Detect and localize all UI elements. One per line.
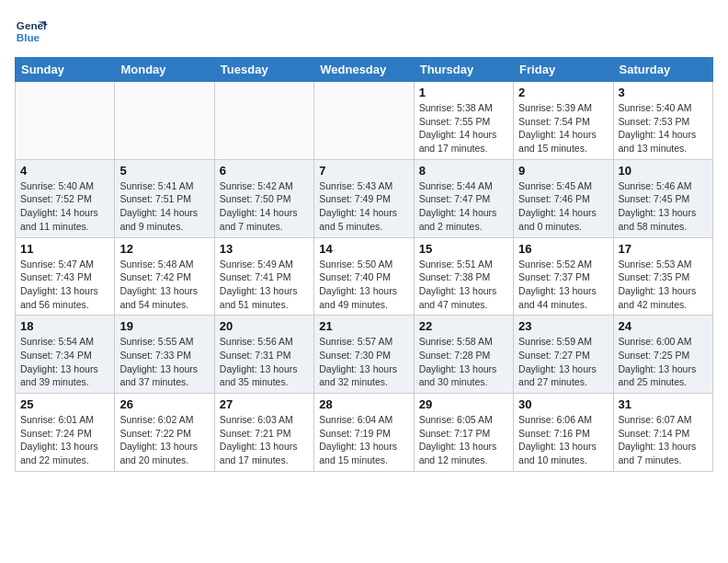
day-number: 26: [119, 397, 209, 411]
day-info: Sunrise: 6:04 AMSunset: 7:19 PMDaylight:…: [319, 413, 408, 467]
day-number: 19: [119, 319, 209, 333]
day-number: 6: [220, 164, 309, 178]
day-number: 11: [20, 242, 109, 256]
calendar-cell: [314, 82, 414, 160]
day-info: Sunrise: 5:40 AMSunset: 7:53 PMDaylight:…: [619, 101, 708, 155]
calendar-header-row: SundayMondayTuesdayWednesdayThursdayFrid…: [16, 58, 713, 82]
day-number: 7: [319, 164, 408, 178]
calendar-cell: 27Sunrise: 6:03 AMSunset: 7:21 PMDayligh…: [214, 394, 313, 472]
day-info: Sunrise: 6:00 AMSunset: 7:25 PMDaylight:…: [619, 335, 708, 389]
day-info: Sunrise: 5:49 AMSunset: 7:41 PMDaylight:…: [220, 258, 309, 312]
calendar-week-row: 4Sunrise: 5:40 AMSunset: 7:52 PMDaylight…: [16, 159, 713, 237]
day-info: Sunrise: 5:57 AMSunset: 7:30 PMDaylight:…: [319, 335, 408, 389]
logo-icon: General Blue: [15, 15, 48, 48]
calendar-header-sunday: Sunday: [16, 58, 115, 82]
day-info: Sunrise: 5:58 AMSunset: 7:28 PMDaylight:…: [419, 335, 508, 389]
calendar-week-row: 18Sunrise: 5:54 AMSunset: 7:34 PMDayligh…: [16, 316, 713, 394]
day-info: Sunrise: 5:59 AMSunset: 7:27 PMDaylight:…: [518, 335, 608, 389]
calendar-cell: [16, 82, 115, 160]
day-number: 23: [518, 319, 608, 333]
day-number: 29: [419, 397, 508, 411]
calendar-cell: 30Sunrise: 6:06 AMSunset: 7:16 PMDayligh…: [514, 394, 613, 472]
calendar-cell: 20Sunrise: 5:56 AMSunset: 7:31 PMDayligh…: [214, 316, 313, 394]
calendar-cell: 24Sunrise: 6:00 AMSunset: 7:25 PMDayligh…: [613, 316, 712, 394]
day-number: 14: [319, 242, 408, 256]
calendar-cell: 19Sunrise: 5:55 AMSunset: 7:33 PMDayligh…: [115, 316, 214, 394]
day-info: Sunrise: 5:52 AMSunset: 7:37 PMDaylight:…: [518, 258, 608, 312]
calendar-cell: 6Sunrise: 5:42 AMSunset: 7:50 PMDaylight…: [214, 159, 313, 237]
day-info: Sunrise: 5:45 AMSunset: 7:46 PMDaylight:…: [518, 179, 608, 234]
day-number: 18: [20, 319, 109, 333]
day-number: 16: [518, 242, 608, 256]
calendar-cell: 10Sunrise: 5:46 AMSunset: 7:45 PMDayligh…: [613, 159, 712, 237]
calendar-cell: 9Sunrise: 5:45 AMSunset: 7:46 PMDaylight…: [514, 159, 613, 237]
day-info: Sunrise: 5:55 AMSunset: 7:33 PMDaylight:…: [119, 335, 209, 389]
day-number: 2: [518, 86, 608, 99]
calendar-cell: 26Sunrise: 6:02 AMSunset: 7:22 PMDayligh…: [115, 394, 214, 472]
day-number: 30: [518, 397, 608, 411]
day-number: 22: [419, 319, 508, 333]
day-info: Sunrise: 5:44 AMSunset: 7:47 PMDaylight:…: [419, 179, 508, 234]
day-number: 20: [220, 319, 309, 333]
day-info: Sunrise: 5:47 AMSunset: 7:43 PMDaylight:…: [20, 258, 109, 312]
calendar-cell: 4Sunrise: 5:40 AMSunset: 7:52 PMDaylight…: [16, 159, 115, 237]
calendar-cell: 2Sunrise: 5:39 AMSunset: 7:54 PMDaylight…: [514, 82, 613, 160]
day-info: Sunrise: 5:38 AMSunset: 7:55 PMDaylight:…: [419, 101, 508, 155]
calendar-week-row: 11Sunrise: 5:47 AMSunset: 7:43 PMDayligh…: [16, 237, 713, 316]
logo: General Blue: [15, 15, 51, 48]
day-info: Sunrise: 5:50 AMSunset: 7:40 PMDaylight:…: [319, 258, 408, 312]
calendar-cell: 3Sunrise: 5:40 AMSunset: 7:53 PMDaylight…: [613, 82, 712, 160]
calendar-cell: 17Sunrise: 5:53 AMSunset: 7:35 PMDayligh…: [613, 237, 712, 316]
day-number: 5: [119, 164, 209, 178]
calendar-header-tuesday: Tuesday: [214, 58, 313, 82]
calendar-cell: 1Sunrise: 5:38 AMSunset: 7:55 PMDaylight…: [414, 82, 513, 160]
calendar-cell: [214, 82, 313, 160]
calendar-week-row: 25Sunrise: 6:01 AMSunset: 7:24 PMDayligh…: [16, 394, 713, 472]
calendar-cell: 21Sunrise: 5:57 AMSunset: 7:30 PMDayligh…: [314, 316, 414, 394]
calendar-cell: 5Sunrise: 5:41 AMSunset: 7:51 PMDaylight…: [115, 159, 214, 237]
calendar-cell: 16Sunrise: 5:52 AMSunset: 7:37 PMDayligh…: [514, 237, 613, 316]
day-number: 21: [319, 319, 408, 333]
day-number: 28: [319, 397, 408, 411]
day-info: Sunrise: 5:42 AMSunset: 7:50 PMDaylight:…: [220, 179, 309, 234]
day-info: Sunrise: 5:39 AMSunset: 7:54 PMDaylight:…: [518, 101, 608, 155]
calendar-cell: 11Sunrise: 5:47 AMSunset: 7:43 PMDayligh…: [16, 237, 115, 316]
calendar-cell: 31Sunrise: 6:07 AMSunset: 7:14 PMDayligh…: [613, 394, 712, 472]
day-number: 1: [419, 86, 508, 99]
day-info: Sunrise: 5:41 AMSunset: 7:51 PMDaylight:…: [119, 179, 209, 234]
day-info: Sunrise: 6:02 AMSunset: 7:22 PMDaylight:…: [119, 413, 209, 467]
day-info: Sunrise: 6:07 AMSunset: 7:14 PMDaylight:…: [619, 413, 708, 467]
day-info: Sunrise: 6:06 AMSunset: 7:16 PMDaylight:…: [518, 413, 608, 467]
day-number: 25: [20, 397, 109, 411]
day-info: Sunrise: 5:56 AMSunset: 7:31 PMDaylight:…: [220, 335, 309, 389]
day-number: 8: [419, 164, 508, 178]
day-info: Sunrise: 5:51 AMSunset: 7:38 PMDaylight:…: [419, 258, 508, 312]
day-info: Sunrise: 5:46 AMSunset: 7:45 PMDaylight:…: [619, 179, 708, 234]
svg-text:Blue: Blue: [17, 31, 40, 43]
calendar-week-row: 1Sunrise: 5:38 AMSunset: 7:55 PMDaylight…: [16, 82, 713, 160]
calendar-cell: 29Sunrise: 6:05 AMSunset: 7:17 PMDayligh…: [414, 394, 513, 472]
day-info: Sunrise: 6:01 AMSunset: 7:24 PMDaylight:…: [20, 413, 109, 467]
day-number: 15: [419, 242, 508, 256]
calendar-cell: 8Sunrise: 5:44 AMSunset: 7:47 PMDaylight…: [414, 159, 513, 237]
day-info: Sunrise: 5:53 AMSunset: 7:35 PMDaylight:…: [619, 258, 708, 312]
calendar-cell: 25Sunrise: 6:01 AMSunset: 7:24 PMDayligh…: [16, 394, 115, 472]
day-number: 24: [619, 319, 708, 333]
day-info: Sunrise: 5:43 AMSunset: 7:49 PMDaylight:…: [319, 179, 408, 234]
calendar-header-thursday: Thursday: [414, 58, 513, 82]
calendar-cell: 15Sunrise: 5:51 AMSunset: 7:38 PMDayligh…: [414, 237, 513, 316]
day-number: 17: [619, 242, 708, 256]
day-number: 10: [619, 164, 708, 178]
calendar-header-friday: Friday: [514, 58, 613, 82]
calendar-cell: 18Sunrise: 5:54 AMSunset: 7:34 PMDayligh…: [16, 316, 115, 394]
day-info: Sunrise: 5:54 AMSunset: 7:34 PMDaylight:…: [20, 335, 109, 389]
calendar-cell: 14Sunrise: 5:50 AMSunset: 7:40 PMDayligh…: [314, 237, 414, 316]
calendar-cell: 7Sunrise: 5:43 AMSunset: 7:49 PMDaylight…: [314, 159, 414, 237]
day-number: 12: [119, 242, 209, 256]
day-info: Sunrise: 6:03 AMSunset: 7:21 PMDaylight:…: [220, 413, 309, 467]
calendar-header-monday: Monday: [115, 58, 214, 82]
calendar-cell: 22Sunrise: 5:58 AMSunset: 7:28 PMDayligh…: [414, 316, 513, 394]
day-info: Sunrise: 5:48 AMSunset: 7:42 PMDaylight:…: [119, 258, 209, 312]
svg-text:General: General: [17, 19, 48, 31]
day-info: Sunrise: 5:40 AMSunset: 7:52 PMDaylight:…: [20, 179, 109, 234]
